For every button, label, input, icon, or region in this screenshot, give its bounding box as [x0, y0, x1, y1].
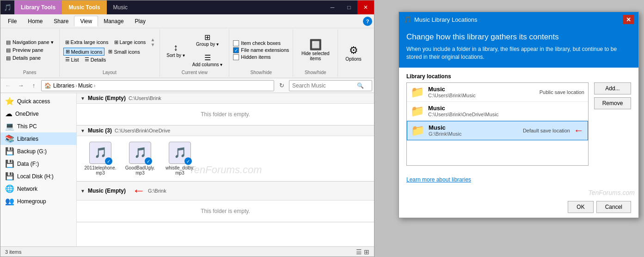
dialog-titlebar: 🎵 Music Library Locations ✕: [399, 12, 638, 27]
sidebar-item-quick-access[interactable]: ⭐ Quick access: [0, 95, 76, 107]
tab-play[interactable]: Play: [129, 16, 151, 26]
ok-button[interactable]: OK: [568, 201, 593, 213]
item-checkboxes-checkbox[interactable]: [233, 40, 239, 46]
navigation-pane-button[interactable]: ▤ Navigation pane ▾: [4, 39, 55, 46]
group-by-button[interactable]: ⊞ Group by ▾: [190, 31, 226, 49]
section-triangle-3: ▼: [80, 188, 85, 194]
sidebar-item-libraries[interactable]: 📚 Libraries: [0, 132, 76, 145]
details-pane-button[interactable]: ▤ Details pane: [4, 55, 55, 62]
music-crumb[interactable]: Music: [78, 82, 92, 89]
file-icon-wrapper-2: 🎵 ✓: [129, 142, 151, 164]
extra-large-icons-button[interactable]: ⊞ Extra large icons: [63, 37, 110, 47]
learn-more-link[interactable]: Learn more about libraries: [406, 176, 471, 183]
hidden-items-checkbox[interactable]: [233, 54, 239, 60]
file-extensions-checkbox[interactable]: ✓: [233, 47, 239, 53]
status-bar: 3 items ☰ ⊞: [0, 246, 374, 257]
up-button[interactable]: ↑: [28, 80, 39, 91]
location-name-3: Music: [429, 124, 519, 131]
location-name-1: Music: [428, 86, 536, 93]
sort-by-button[interactable]: ↕ Sort by ▾: [164, 40, 187, 60]
library-locations-label: Library locations: [406, 73, 589, 80]
add-columns-button[interactable]: ☰ Add columns ▾: [190, 51, 226, 69]
section-title-3: Music (Empty): [88, 188, 126, 194]
dialog-side-buttons: Add... Remove: [594, 73, 631, 166]
dialog-header: Change how this library gathers its cont…: [399, 27, 638, 68]
tab-home[interactable]: Home: [22, 16, 48, 26]
maximize-button[interactable]: □: [341, 0, 357, 14]
sidebar-item-this-pc[interactable]: 💻 This PC: [0, 120, 76, 132]
dialog-footer: Learn more about libraries: [399, 171, 638, 189]
search-box[interactable]: 🔍: [289, 80, 372, 91]
options-label: Options: [345, 56, 361, 62]
tab-manage[interactable]: Manage: [98, 16, 129, 26]
add-button[interactable]: Add...: [594, 82, 631, 94]
title-bar: 🎵 Library Tools Music Tools Music ─ □ ✕: [0, 0, 374, 14]
quick-access-icon: ⭐: [5, 97, 14, 106]
preview-pane-button[interactable]: ▤ Preview pane: [4, 47, 55, 54]
home-icon: 🏠: [44, 82, 51, 89]
check-overlay-3: ✓: [184, 157, 192, 165]
remove-button[interactable]: Remove: [594, 97, 631, 109]
sidebar-item-backup[interactable]: 💾 Backup (G:): [0, 145, 76, 157]
location-badge-1: Public save location: [540, 89, 584, 95]
list-view-button[interactable]: ☰: [356, 248, 362, 256]
forward-button[interactable]: →: [15, 80, 26, 91]
dialog-title-text: Music Library Locations: [414, 16, 620, 23]
sidebar-item-network[interactable]: 🌐 Network: [0, 182, 76, 195]
large-icons-button[interactable]: ⊞ Large icons: [112, 37, 148, 47]
grid-view-button[interactable]: ⊞: [364, 248, 369, 256]
section-header-1: ▼ Music (Empty) C:\Users\Brink: [77, 93, 374, 104]
file-item-2[interactable]: 🎵 ✓ GoodBadUgly.mp3: [124, 142, 156, 176]
hide-selected-button[interactable]: 🔲 Hide selected items: [297, 37, 334, 63]
small-icons-button[interactable]: ⊞ Small icons: [106, 48, 141, 56]
location-item-2[interactable]: 📁 Music C:\Users\Brink\OneDrive\Music: [407, 102, 588, 121]
tab-music-tools[interactable]: Music Tools: [62, 0, 106, 14]
minimize-button[interactable]: ─: [324, 0, 341, 14]
tab-share[interactable]: Share: [48, 16, 74, 26]
medium-icons-button[interactable]: ⊞ Medium icons: [63, 48, 105, 56]
list-button[interactable]: ☰ List: [63, 56, 81, 63]
sort-group: ↕ Sort by ▾ ⊞ Group by ▾ ☰ Add columns ▾: [160, 29, 229, 77]
file-extensions-toggle[interactable]: ✓ File name extensions: [233, 47, 289, 53]
cancel-button[interactable]: Cancel: [596, 201, 631, 213]
group-icon: ⊞: [204, 33, 210, 42]
sidebar-item-local-disk[interactable]: 💾 Local Disk (H:): [0, 170, 76, 182]
dialog-close-button[interactable]: ✕: [623, 15, 634, 24]
sidebar-item-homegroup[interactable]: 👥 Homegroup: [0, 195, 76, 207]
item-checkboxes-toggle[interactable]: Item check boxes: [233, 40, 289, 46]
sidebar-item-onedrive[interactable]: ☁ OneDrive: [0, 107, 76, 120]
hidden-items-toggle[interactable]: Hidden items: [233, 54, 289, 60]
back-button[interactable]: ←: [2, 80, 13, 91]
address-path[interactable]: 🏠 Libraries › Music ›: [41, 80, 274, 91]
search-input[interactable]: [292, 82, 357, 89]
check-overlay-2: ✓: [145, 157, 152, 165]
title-icon: 🎵: [0, 0, 14, 14]
libraries-crumb[interactable]: Libraries: [53, 82, 74, 89]
music-section-3: ▼ Music (Empty) ← G:\Brink This folder i…: [77, 182, 374, 222]
file-name-1: 2011telephone.mp3: [84, 165, 117, 176]
show-hide-group: Item check boxes ✓ File name extensions …: [229, 29, 293, 77]
file-item-1[interactable]: 🎵 ✓ 2011telephone.mp3: [84, 142, 117, 176]
options-button[interactable]: ⚙ Options: [342, 43, 365, 63]
sidebar-item-data[interactable]: 💾 Data (F:): [0, 157, 76, 170]
locations-list: 📁 Music C:\Users\Brink\Music Public save…: [406, 82, 589, 166]
preview-pane-icon: ▤: [6, 47, 11, 53]
file-item-3[interactable]: 🎵 ✓ whistle_dolby.mp3: [164, 142, 196, 176]
red-arrow-right-icon: ←: [574, 125, 584, 137]
hide-selected-label: Hide selected items: [301, 51, 330, 61]
tab-file[interactable]: File: [2, 16, 22, 26]
show-hide-label: Show/hide: [250, 70, 272, 75]
details-button[interactable]: ☰ Details: [83, 56, 108, 63]
tab-view[interactable]: View: [74, 16, 98, 26]
folder-icon-3: 📁: [411, 124, 425, 137]
file-icon-wrapper-1: 🎵 ✓: [89, 142, 111, 164]
help-button[interactable]: ?: [363, 17, 372, 26]
location-item-3[interactable]: 📁 Music G:\Brink\Music Default save loca…: [407, 121, 588, 140]
refresh-button[interactable]: ↻: [276, 80, 287, 91]
onedrive-icon: ☁: [5, 109, 12, 118]
tab-library-tools[interactable]: Library Tools: [14, 0, 62, 14]
location-item-1[interactable]: 📁 Music C:\Users\Brink\Music Public save…: [407, 83, 588, 102]
main-area: ⭐ Quick access ☁ OneDrive 💻 This PC 📚 Li…: [0, 93, 374, 246]
libraries-label: Libraries: [17, 136, 38, 142]
close-button[interactable]: ✕: [357, 0, 374, 14]
